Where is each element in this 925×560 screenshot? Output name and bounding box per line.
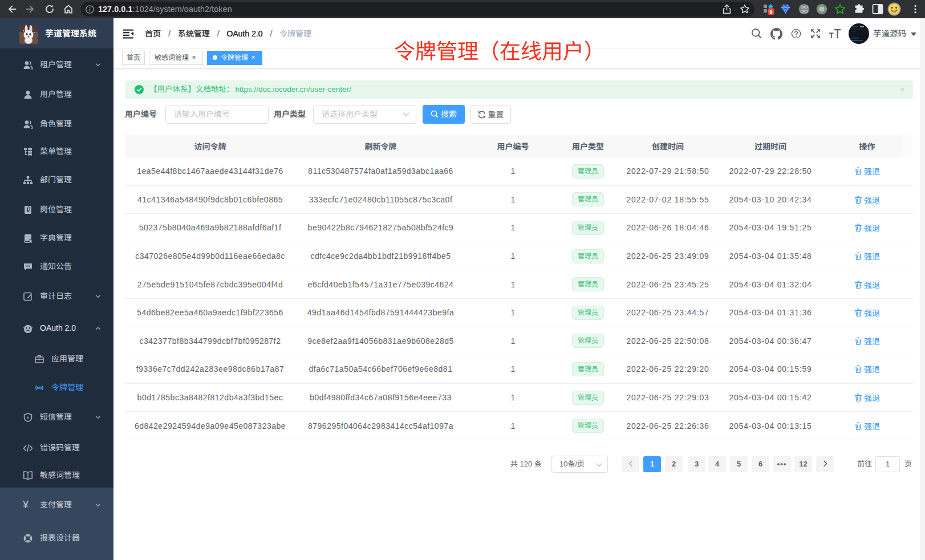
svg-text:a: a bbox=[38, 385, 40, 389]
svg-text:9: 9 bbox=[769, 9, 772, 15]
